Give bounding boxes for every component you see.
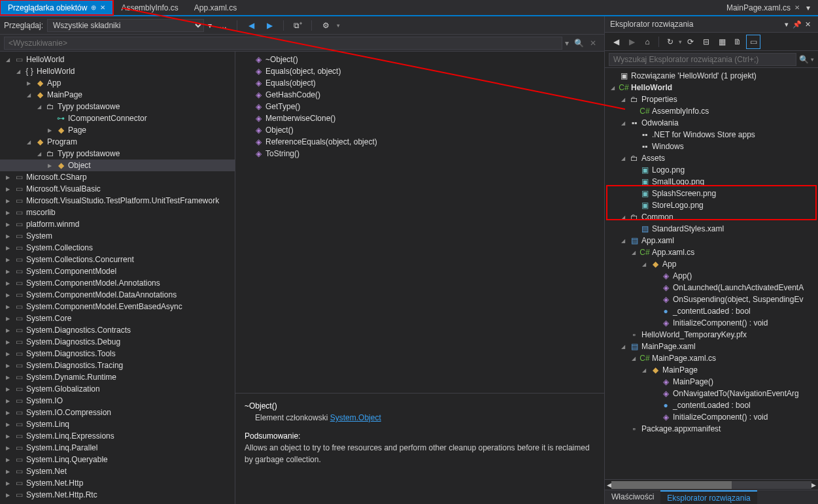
expand-icon[interactable] bbox=[4, 303, 12, 311]
tree-node[interactable]: 🗀Common bbox=[605, 211, 818, 223]
expand-icon[interactable] bbox=[4, 420, 12, 428]
tree-node[interactable]: ▭System.IO.Compression bbox=[0, 407, 235, 418]
tree-node[interactable]: ▭System.Diagnostics.Debug bbox=[0, 336, 235, 348]
tree-node[interactable]: ▪▪Odwołania bbox=[605, 117, 818, 129]
tree-node[interactable]: ⊶IComponentConnector bbox=[0, 112, 235, 124]
member-row[interactable]: ◈GetType() bbox=[235, 101, 604, 112]
clear-search-icon[interactable]: ✕ bbox=[586, 39, 600, 48]
expand-icon[interactable] bbox=[630, 248, 638, 256]
tree-node[interactable]: ▭System.Core bbox=[0, 312, 235, 324]
tree-node[interactable]: ▤App.xaml bbox=[605, 235, 818, 246]
expand-icon[interactable] bbox=[640, 366, 648, 374]
browse-more-button[interactable]: … bbox=[216, 18, 230, 33]
tree-node[interactable]: ◆Page bbox=[0, 124, 235, 136]
expand-icon[interactable] bbox=[4, 385, 12, 393]
expand-icon[interactable] bbox=[25, 79, 33, 87]
expand-icon[interactable] bbox=[4, 432, 12, 440]
expand-icon[interactable] bbox=[4, 232, 12, 240]
tree-node[interactable]: ◆App bbox=[605, 258, 818, 270]
tree-node[interactable]: ▭System.ComponentModel.EventBasedAsync bbox=[0, 301, 235, 312]
expand-icon[interactable] bbox=[640, 260, 648, 268]
tree-node[interactable]: ◈OnLaunched(LaunchActivatedEventA bbox=[605, 282, 818, 294]
expand-icon[interactable] bbox=[4, 256, 12, 263]
expand-icon[interactable] bbox=[4, 491, 12, 499]
tree-node[interactable]: 🗀Typy podstawowe bbox=[0, 148, 235, 160]
tree-node[interactable]: ▭System.Net.Http.Rtc bbox=[0, 489, 235, 501]
pin-icon[interactable]: 📌 bbox=[792, 20, 802, 29]
expand-icon[interactable] bbox=[4, 197, 12, 205]
tree-node[interactable]: ▫HelloWorld_TemporaryKey.pfx bbox=[605, 329, 818, 341]
expand-icon[interactable] bbox=[609, 84, 617, 92]
expand-icon[interactable] bbox=[46, 161, 54, 169]
tree-node[interactable]: ◈OnSuspending(object, SuspendingEv bbox=[605, 294, 818, 305]
horizontal-scrollbar[interactable]: ◀ ▶ bbox=[605, 479, 818, 490]
scrollbar-thumb[interactable] bbox=[611, 481, 732, 489]
tree-node[interactable]: ◈App() bbox=[605, 270, 818, 282]
expand-icon[interactable] bbox=[14, 67, 22, 75]
member-row[interactable]: ◈~Object() bbox=[235, 54, 604, 65]
bottom-tab-properties[interactable]: Właściwości bbox=[605, 490, 660, 504]
expand-icon[interactable] bbox=[25, 91, 33, 99]
tree-node[interactable]: ▭System.ComponentModel bbox=[0, 265, 235, 277]
pin-icon[interactable]: ⊕ bbox=[91, 4, 96, 11]
dropdown-icon[interactable]: ▾ bbox=[337, 22, 340, 29]
solution-tree[interactable]: ▣Rozwiązanie 'HelloWorld' (1 projekt)C#H… bbox=[605, 68, 818, 479]
scroll-left-icon[interactable]: ◀ bbox=[607, 482, 611, 488]
tree-node[interactable]: { }HelloWorld bbox=[0, 65, 235, 77]
tree-node[interactable]: ▤StandardStyles.xaml bbox=[605, 223, 818, 235]
expand-icon[interactable] bbox=[619, 213, 627, 221]
expand-icon[interactable] bbox=[4, 409, 12, 416]
close-icon[interactable]: ✕ bbox=[794, 4, 800, 11]
expand-icon[interactable] bbox=[4, 267, 12, 275]
expand-icon[interactable] bbox=[4, 444, 12, 452]
window-dropdown-icon[interactable]: ▾ bbox=[781, 20, 792, 29]
expand-icon[interactable] bbox=[619, 119, 627, 127]
member-row[interactable]: ◈ReferenceEquals(object, object) bbox=[235, 136, 604, 148]
home-icon[interactable]: ⌂ bbox=[640, 35, 655, 49]
expand-icon[interactable] bbox=[4, 209, 12, 216]
dropdown-icon[interactable]: ▾ bbox=[208, 21, 212, 30]
forward-icon[interactable]: ▶ bbox=[262, 18, 277, 33]
tree-node[interactable]: C#AssemblyInfo.cs bbox=[605, 105, 818, 117]
tree-node[interactable]: ▭System.Linq.Parallel bbox=[0, 442, 235, 454]
expand-icon[interactable] bbox=[4, 338, 12, 346]
tree-node[interactable]: ▭System.Dynamic.Runtime bbox=[0, 371, 235, 383]
tree-node[interactable]: ▣Rozwiązanie 'HelloWorld' (1 projekt) bbox=[605, 70, 818, 82]
member-row[interactable]: ◈Equals(object, object) bbox=[235, 65, 604, 77]
expand-icon[interactable] bbox=[619, 343, 627, 350]
sync-icon[interactable]: ↻ bbox=[663, 35, 677, 49]
tree-node[interactable]: ▣SmallLogo.png bbox=[605, 176, 818, 188]
tree-node[interactable]: ▭HelloWorld bbox=[0, 54, 235, 65]
tree-node[interactable]: ◈InitializeComponent() : void bbox=[605, 317, 818, 329]
tree-node[interactable]: ▭System.Collections.Concurrent bbox=[0, 254, 235, 265]
solution-search-input[interactable] bbox=[609, 53, 796, 66]
object-search-input[interactable] bbox=[4, 37, 562, 50]
tree-node[interactable]: ▭System.IO bbox=[0, 395, 235, 407]
member-row[interactable]: ◈Equals(object) bbox=[235, 77, 604, 89]
tree-node[interactable]: ▭System.Net bbox=[0, 465, 235, 477]
member-row[interactable]: ◈Object() bbox=[235, 124, 604, 136]
expand-icon[interactable] bbox=[4, 373, 12, 381]
expand-icon[interactable] bbox=[4, 456, 12, 463]
tree-node[interactable]: ◆MainPage bbox=[605, 364, 818, 376]
expand-icon[interactable] bbox=[4, 479, 12, 487]
object-tree[interactable]: ▭HelloWorld{ }HelloWorld◆App◆MainPage🗀Ty… bbox=[0, 52, 235, 504]
browse-scope-select[interactable]: Wszystkie składniki bbox=[47, 19, 204, 32]
tree-node[interactable]: C#App.xaml.cs bbox=[605, 246, 818, 258]
expand-icon[interactable] bbox=[4, 173, 12, 181]
detail-memberof-link[interactable]: System.Object bbox=[330, 413, 381, 422]
tree-node[interactable]: ▪▪Windows bbox=[605, 141, 818, 152]
tree-node[interactable]: ◆App bbox=[0, 77, 235, 89]
expand-icon[interactable] bbox=[4, 56, 12, 63]
member-row[interactable]: ◈MemberwiseClone() bbox=[235, 112, 604, 124]
back-icon[interactable]: ◀ bbox=[609, 35, 623, 49]
tree-node[interactable]: ▣SplashScreen.png bbox=[605, 188, 818, 199]
tree-node[interactable]: ▭System.Linq.Queryable bbox=[0, 454, 235, 465]
tree-node[interactable]: C#HelloWorld bbox=[605, 82, 818, 93]
back-icon[interactable]: ◀ bbox=[244, 18, 258, 33]
tree-node[interactable]: ◆Program bbox=[0, 136, 235, 148]
expand-icon[interactable] bbox=[4, 467, 12, 475]
expand-icon[interactable] bbox=[4, 220, 12, 228]
tree-node[interactable]: ▪▪.NET for Windows Store apps bbox=[605, 129, 818, 141]
settings-icon[interactable]: ⚙ bbox=[318, 18, 333, 33]
